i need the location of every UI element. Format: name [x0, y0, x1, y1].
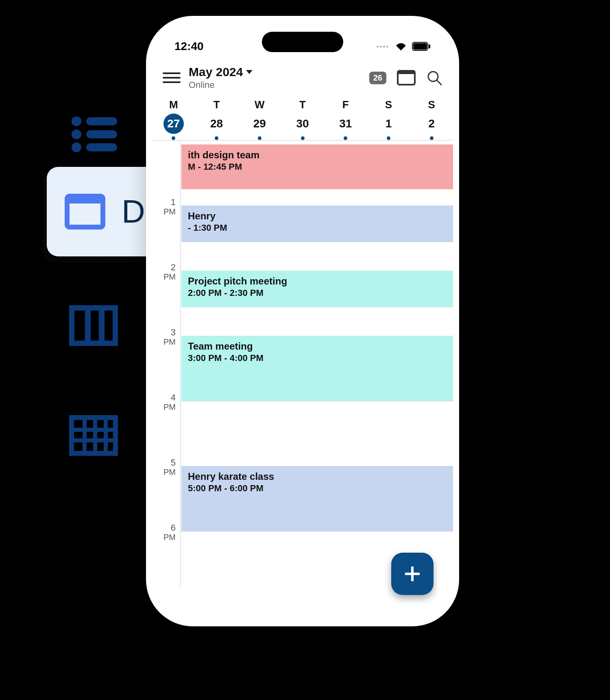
- event-dot: [258, 136, 261, 140]
- hour-label: 4PM: [152, 393, 176, 411]
- month-title: May 2024: [189, 65, 243, 79]
- menu-button[interactable]: [163, 69, 181, 87]
- today-button[interactable]: 26: [369, 72, 386, 84]
- svg-rect-16: [413, 43, 427, 50]
- event-time: 5:00 PM - 6:00 PM: [188, 483, 447, 494]
- event-dot: [430, 136, 434, 140]
- svg-rect-3: [86, 130, 117, 138]
- day-cell[interactable]: M27: [163, 98, 184, 140]
- day-of-week: S: [385, 98, 392, 111]
- hour-label: 6PM: [152, 523, 176, 542]
- svg-rect-1: [86, 117, 117, 125]
- search-icon[interactable]: [426, 70, 442, 86]
- day-number: 30: [292, 114, 313, 134]
- hour-line: [181, 531, 453, 532]
- wifi-icon: [395, 42, 407, 51]
- svg-point-0: [72, 116, 81, 126]
- chevron-down-icon: [246, 70, 253, 74]
- calendar-event[interactable]: ith design teamM - 12:45 PM: [181, 144, 453, 189]
- hour-label: 2PM: [152, 262, 176, 281]
- calendar-event[interactable]: Team meeting3:00 PM - 4:00 PM: [181, 336, 453, 401]
- day-cell[interactable]: S2: [421, 98, 442, 140]
- calendar-event[interactable]: Project pitch meeting2:00 PM - 2:30 PM: [181, 271, 453, 307]
- event-title: Henry: [188, 210, 216, 221]
- add-event-button[interactable]: [391, 553, 434, 595]
- dynamic-island: [262, 32, 343, 52]
- event-title: ith design team: [188, 149, 259, 160]
- day-number: 27: [163, 114, 184, 134]
- phone-frame: 12:40 May 2024 Online: [152, 22, 453, 620]
- event-dot: [215, 136, 218, 140]
- day-of-week: W: [255, 98, 265, 111]
- event-time: M - 12:45 PM: [188, 162, 447, 172]
- event-time: - 1:30 PM: [188, 223, 447, 233]
- app-header: May 2024 Online 26: [152, 59, 453, 94]
- hour-label: 5PM: [152, 458, 176, 477]
- day-number: 31: [336, 114, 356, 134]
- view-toggle-icon[interactable]: [397, 70, 416, 85]
- svg-line-19: [437, 80, 442, 85]
- day-number: 1: [378, 114, 399, 134]
- view-switcher-icons: [69, 114, 118, 456]
- event-time: 2:00 PM - 2:30 PM: [188, 288, 447, 298]
- day-cell[interactable]: T30: [292, 98, 313, 140]
- hour-label: 3PM: [152, 328, 176, 346]
- day-of-week: T: [214, 98, 220, 111]
- month-picker[interactable]: May 2024: [189, 65, 361, 79]
- svg-rect-6: [72, 308, 115, 343]
- svg-point-4: [72, 142, 81, 152]
- day-of-week: F: [342, 98, 349, 111]
- week-strip: M27T28W29T30F31S1S2: [152, 94, 453, 140]
- svg-point-2: [72, 129, 81, 139]
- list-icon[interactable]: [69, 114, 118, 155]
- week-icon[interactable]: [69, 305, 118, 346]
- day-cell[interactable]: F31: [336, 98, 356, 140]
- calendar-event[interactable]: Henry- 1:30 PM: [181, 206, 453, 242]
- cellular-dots-icon: [377, 46, 388, 48]
- svg-rect-5: [86, 143, 117, 151]
- battery-icon: [412, 42, 431, 51]
- day-cell[interactable]: T28: [207, 98, 227, 140]
- day-of-week: M: [169, 98, 178, 111]
- hour-label: 1PM: [152, 197, 176, 216]
- plus-icon: [403, 564, 422, 584]
- day-number: 29: [249, 114, 270, 134]
- status-subtitle: Online: [189, 80, 361, 90]
- event-title: Team meeting: [188, 341, 253, 352]
- day-timeline[interactable]: 1PM2PM3PM4PM5PM6PMith design teamM - 12:…: [152, 140, 453, 588]
- event-dot: [387, 136, 390, 140]
- svg-point-18: [428, 72, 438, 81]
- day-of-week: S: [428, 98, 435, 111]
- day-cell[interactable]: W29: [249, 98, 270, 140]
- status-time: 12:40: [174, 40, 204, 53]
- day-number: 2: [421, 114, 442, 134]
- event-title: Henry karate class: [188, 471, 274, 482]
- month-icon[interactable]: [69, 415, 118, 456]
- day-of-week: T: [299, 98, 306, 111]
- event-dot: [301, 136, 305, 140]
- event-dot: [344, 136, 347, 140]
- day-cell[interactable]: S1: [378, 98, 399, 140]
- day-icon: [65, 194, 105, 230]
- event-dot: [172, 136, 175, 140]
- calendar-event[interactable]: Henry karate class5:00 PM - 6:00 PM: [181, 466, 453, 531]
- event-time: 3:00 PM - 4:00 PM: [188, 353, 447, 363]
- event-title: Project pitch meeting: [188, 276, 287, 287]
- hour-line: [181, 401, 453, 401]
- svg-rect-17: [429, 44, 430, 48]
- day-number: 28: [207, 114, 227, 134]
